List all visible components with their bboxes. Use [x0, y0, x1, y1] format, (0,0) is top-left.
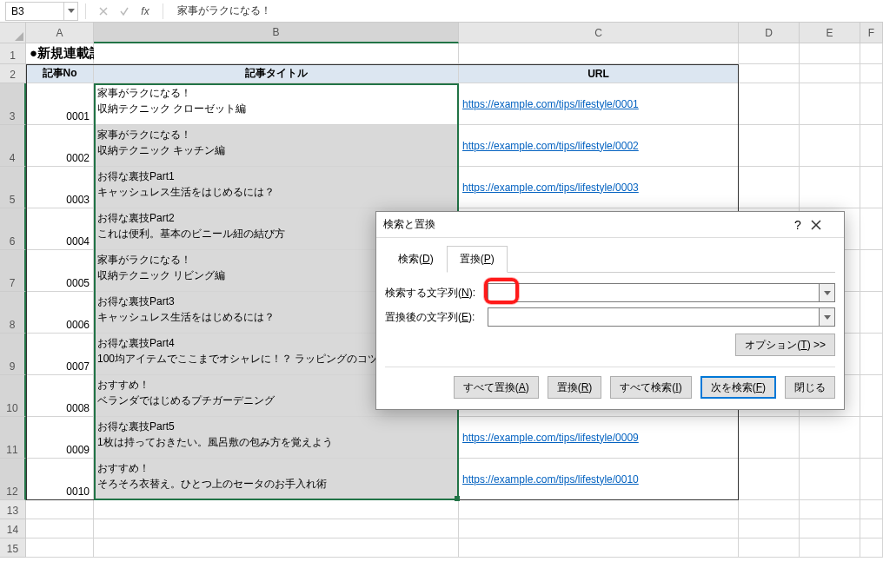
cell[interactable] [800, 500, 860, 519]
col-header-B[interactable]: B [94, 23, 459, 43]
cell[interactable]: お得な裏技Part5 1枚は持っておきたい。風呂敷の包み方を覚えよう [94, 417, 459, 459]
col-header-D[interactable]: D [739, 23, 800, 43]
cell[interactable] [739, 83, 800, 125]
replace-input[interactable] [488, 307, 820, 327]
name-box-dropdown[interactable] [64, 2, 78, 21]
cell[interactable]: https://example.com/tips/lifestyle/0001 [459, 83, 739, 125]
formula-input[interactable]: 家事がラクになる！ [170, 3, 883, 18]
cell[interactable] [739, 125, 800, 167]
cell[interactable] [459, 538, 739, 558]
cell[interactable]: 0001 [26, 83, 94, 125]
cell[interactable] [860, 500, 883, 519]
find-all-button[interactable]: すべて検索(I) [610, 376, 691, 399]
cell[interactable] [94, 538, 459, 558]
col-header-E[interactable]: E [800, 23, 860, 43]
row-header-4[interactable]: 4 [0, 125, 26, 167]
cell[interactable] [860, 208, 883, 250]
cell[interactable] [26, 538, 94, 558]
cell[interactable] [860, 167, 883, 208]
cell[interactable]: https://example.com/tips/lifestyle/0003 [459, 167, 739, 208]
cell[interactable]: 0009 [26, 417, 94, 459]
cell[interactable]: 家事がラクになる！ 収納テクニック クローゼット編 [94, 83, 459, 125]
cell[interactable]: 0002 [26, 125, 94, 167]
cell[interactable] [739, 167, 800, 208]
col-header-C[interactable]: C [459, 23, 739, 43]
cell[interactable] [800, 459, 860, 500]
cell[interactable] [459, 43, 739, 64]
cell[interactable] [739, 459, 800, 500]
cell[interactable]: 0010 [26, 459, 94, 500]
row-header-5[interactable]: 5 [0, 167, 26, 208]
cell[interactable]: https://example.com/tips/lifestyle/0009 [459, 417, 739, 459]
url-link[interactable]: https://example.com/tips/lifestyle/0010 [462, 473, 639, 486]
row-header-13[interactable]: 13 [0, 500, 26, 519]
cell[interactable] [800, 167, 860, 208]
row-header-1[interactable]: 1 [0, 43, 26, 64]
cell[interactable] [739, 538, 800, 558]
row-header-11[interactable]: 11 [0, 417, 26, 459]
row-header-3[interactable]: 3 [0, 83, 26, 125]
close-button[interactable] [811, 220, 837, 230]
replace-button[interactable]: 置換(R) [548, 376, 602, 399]
cell[interactable] [860, 64, 883, 83]
cell[interactable] [800, 538, 860, 558]
col-header-F[interactable]: F [860, 23, 883, 43]
cell[interactable]: 記事タイトル [94, 64, 459, 83]
help-button[interactable]: ? [785, 218, 811, 232]
row-header-10[interactable]: 10 [0, 375, 26, 417]
cell[interactable] [860, 125, 883, 167]
cell[interactable] [739, 500, 800, 519]
cell[interactable] [739, 43, 800, 64]
cell[interactable]: 記事No [26, 64, 94, 83]
enter-icon[interactable] [116, 3, 133, 20]
cell[interactable]: 0006 [26, 292, 94, 334]
cell[interactable]: 0004 [26, 208, 94, 250]
cell[interactable]: お得な裏技Part1 キャッシュレス生活をはじめるには？ [94, 167, 459, 208]
cell[interactable] [860, 375, 883, 417]
cell[interactable] [860, 250, 883, 292]
cancel-icon[interactable] [95, 3, 112, 20]
cell[interactable] [800, 519, 860, 538]
row-header-7[interactable]: 7 [0, 250, 26, 292]
url-link[interactable]: https://example.com/tips/lifestyle/0002 [462, 140, 639, 152]
cell[interactable] [94, 43, 459, 64]
cell[interactable] [739, 64, 800, 83]
cell[interactable] [800, 83, 860, 125]
find-input[interactable] [488, 283, 820, 302]
url-link[interactable]: https://example.com/tips/lifestyle/0009 [462, 432, 639, 444]
cell[interactable]: https://example.com/tips/lifestyle/0010 [459, 459, 739, 500]
col-header-A[interactable]: A [26, 23, 94, 43]
replace-dropdown[interactable] [820, 307, 835, 327]
cell[interactable] [800, 417, 860, 459]
cell[interactable] [800, 43, 860, 64]
cell[interactable] [860, 459, 883, 500]
cell[interactable] [739, 519, 800, 538]
select-all-corner[interactable] [0, 23, 26, 43]
row-header-2[interactable]: 2 [0, 64, 26, 83]
cell[interactable] [860, 334, 883, 375]
cell[interactable] [860, 43, 883, 64]
url-link[interactable]: https://example.com/tips/lifestyle/0001 [462, 98, 639, 110]
cell[interactable] [94, 519, 459, 538]
cell[interactable]: おすすめ！ そろそろ衣替え。ひとつ上のセータのお手入れ術 [94, 459, 459, 500]
cell[interactable] [26, 519, 94, 538]
cell[interactable]: 家事がラクになる！ 収納テクニック キッチン編 [94, 125, 459, 167]
cell[interactable] [860, 83, 883, 125]
cell[interactable]: URL [459, 64, 739, 83]
cell[interactable]: 0003 [26, 167, 94, 208]
cell[interactable]: 0005 [26, 250, 94, 292]
tab-replace[interactable]: 置換(P) [447, 246, 508, 273]
row-header-14[interactable]: 14 [0, 519, 26, 538]
cell[interactable] [800, 125, 860, 167]
find-dropdown[interactable] [820, 283, 835, 302]
replace-all-button[interactable]: すべて置換(A) [454, 376, 539, 399]
find-next-button[interactable]: 次を検索(F) [700, 376, 776, 399]
row-header-15[interactable]: 15 [0, 538, 26, 558]
cell[interactable]: 0008 [26, 375, 94, 417]
fx-icon[interactable]: fx [136, 3, 154, 20]
row-header-6[interactable]: 6 [0, 208, 26, 250]
cell[interactable]: 0007 [26, 334, 94, 375]
cell[interactable]: https://example.com/tips/lifestyle/0002 [459, 125, 739, 167]
cell[interactable] [860, 292, 883, 334]
options-button[interactable]: オプション(T) >> [735, 334, 835, 356]
